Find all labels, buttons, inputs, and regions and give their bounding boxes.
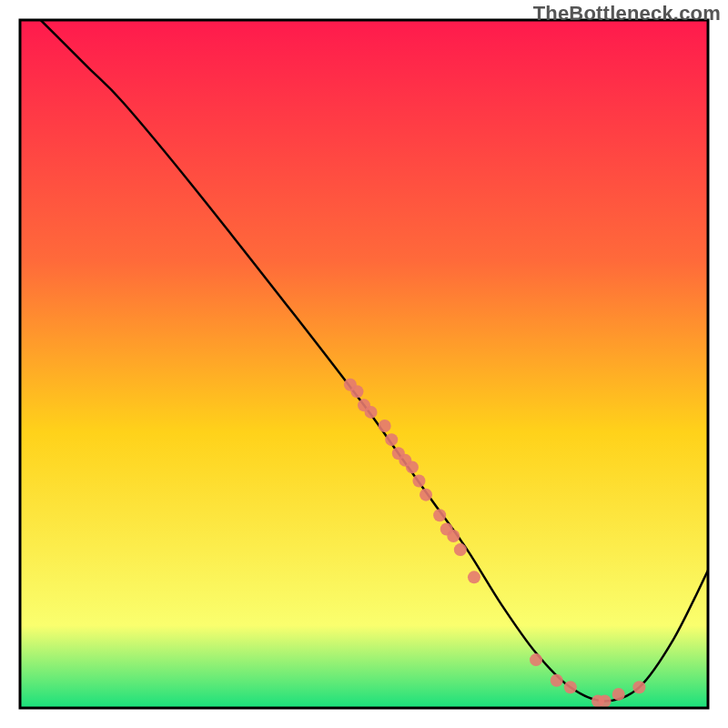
highlight-point bbox=[612, 688, 625, 701]
highlight-point bbox=[599, 694, 612, 707]
highlight-point bbox=[433, 509, 446, 521]
highlight-point bbox=[365, 406, 378, 419]
chart-container: TheBottleneck.com bbox=[0, 0, 728, 728]
highlight-point bbox=[420, 489, 432, 501]
plot-background bbox=[20, 20, 708, 708]
bottleneck-chart bbox=[0, 0, 728, 728]
watermark-text: TheBottleneck.com bbox=[533, 2, 721, 25]
highlight-point bbox=[454, 543, 467, 556]
highlight-point bbox=[632, 681, 645, 693]
highlight-point bbox=[447, 530, 460, 542]
highlight-point bbox=[406, 460, 419, 473]
highlight-point bbox=[385, 433, 398, 446]
highlight-point bbox=[564, 681, 577, 693]
highlight-point bbox=[350, 385, 363, 398]
highlight-point bbox=[530, 653, 542, 666]
highlight-point bbox=[379, 420, 391, 432]
highlight-point bbox=[412, 475, 425, 488]
highlight-point bbox=[468, 571, 480, 583]
highlight-point bbox=[551, 674, 563, 687]
